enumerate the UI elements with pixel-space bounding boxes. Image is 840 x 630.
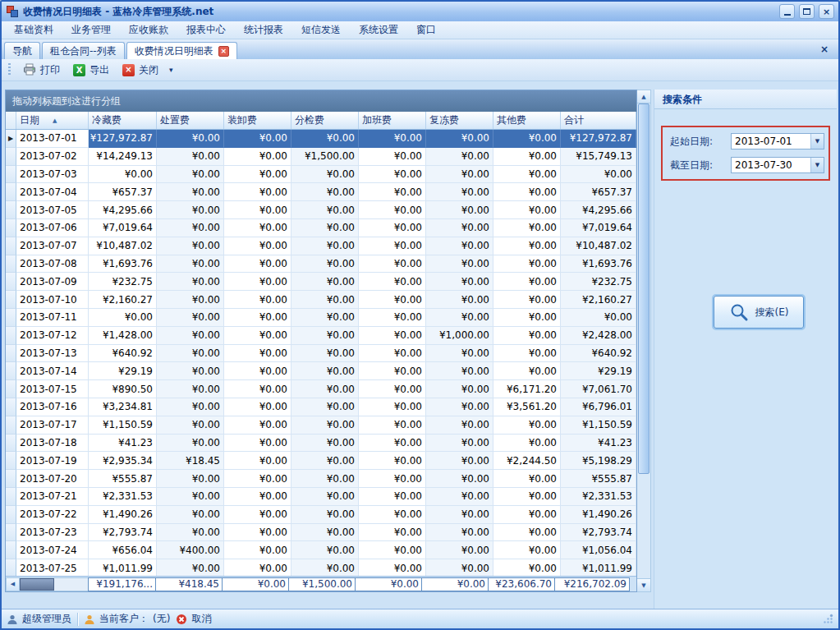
amount-cell[interactable]: ¥0.00	[426, 416, 493, 435]
amount-cell[interactable]: ¥0.00	[426, 398, 493, 416]
amount-cell[interactable]: ¥0.00	[224, 273, 291, 291]
amount-cell[interactable]: ¥0.00	[157, 506, 224, 524]
amount-cell[interactable]: ¥0.00	[426, 470, 493, 488]
amount-cell[interactable]: ¥657.37	[89, 183, 157, 201]
amount-cell[interactable]: ¥0.00	[291, 345, 359, 363]
column-header[interactable]: 分检费	[291, 112, 359, 129]
amount-cell[interactable]: ¥1,490.26	[561, 506, 636, 524]
amount-cell[interactable]: ¥0.00	[291, 327, 359, 345]
amount-cell[interactable]: ¥1,500.00	[291, 148, 359, 166]
amount-cell[interactable]: ¥0.00	[157, 416, 224, 435]
table-row[interactable]: 2013-07-18¥41.23¥0.00¥0.00¥0.00¥0.00¥0.0…	[6, 435, 636, 453]
amount-cell[interactable]: ¥0.00	[157, 148, 224, 166]
scroll-down-icon[interactable]: ▼	[637, 578, 650, 591]
amount-cell[interactable]: ¥0.00	[224, 309, 291, 327]
amount-cell[interactable]: ¥0.00	[157, 201, 224, 219]
amount-cell[interactable]: ¥0.00	[224, 327, 291, 345]
table-row[interactable]: 2013-07-14¥29.19¥0.00¥0.00¥0.00¥0.00¥0.0…	[6, 362, 636, 380]
date-cell[interactable]: 2013-07-04	[16, 183, 89, 201]
amount-cell[interactable]: ¥0.00	[426, 452, 493, 470]
amount-cell[interactable]: ¥0.00	[224, 416, 291, 435]
table-row[interactable]: 2013-07-16¥3,234.81¥0.00¥0.00¥0.00¥0.00¥…	[6, 398, 636, 416]
amount-cell[interactable]: ¥0.00	[426, 166, 493, 184]
amount-cell[interactable]: ¥6,171.20	[493, 380, 561, 398]
amount-cell[interactable]: ¥0.00	[493, 559, 561, 576]
column-header[interactable]: 其他费	[493, 112, 561, 129]
table-row[interactable]: 2013-07-17¥1,150.59¥0.00¥0.00¥0.00¥0.00¥…	[6, 416, 636, 435]
amount-cell[interactable]: ¥0.00	[224, 398, 291, 416]
table-row[interactable]: 2013-07-21¥2,331.53¥0.00¥0.00¥0.00¥0.00¥…	[6, 488, 636, 506]
column-header[interactable]: 日期▲	[16, 112, 89, 129]
amount-cell[interactable]: ¥0.00	[291, 541, 359, 559]
table-row[interactable]: 2013-07-23¥2,793.74¥0.00¥0.00¥0.00¥0.00¥…	[6, 524, 636, 542]
amount-cell[interactable]: ¥0.00	[359, 273, 426, 291]
table-row[interactable]: 2013-07-11¥0.00¥0.00¥0.00¥0.00¥0.00¥0.00…	[6, 309, 636, 327]
amount-cell[interactable]: ¥0.00	[359, 309, 426, 327]
table-row[interactable]: 2013-07-20¥555.87¥0.00¥0.00¥0.00¥0.00¥0.…	[6, 470, 636, 488]
column-header[interactable]: 加班费	[359, 112, 426, 129]
amount-cell[interactable]: ¥0.00	[89, 166, 157, 184]
amount-cell[interactable]: ¥0.00	[291, 524, 359, 542]
amount-cell[interactable]: ¥555.87	[89, 470, 157, 488]
amount-cell[interactable]: ¥0.00	[157, 488, 224, 506]
amount-cell[interactable]: ¥127,972.87	[89, 130, 157, 148]
date-cell[interactable]: 2013-07-22	[16, 506, 89, 524]
amount-cell[interactable]: ¥0.00	[224, 237, 291, 255]
date-cell[interactable]: 2013-07-24	[16, 541, 89, 559]
amount-cell[interactable]: ¥0.00	[426, 255, 493, 274]
menu-item[interactable]: 系统设置	[350, 21, 407, 39]
amount-cell[interactable]: ¥2,428.00	[561, 327, 636, 345]
amount-cell[interactable]: ¥29.19	[89, 362, 157, 380]
column-header[interactable]: 合计	[561, 112, 636, 129]
menu-item[interactable]: 窗口	[407, 21, 445, 39]
amount-cell[interactable]: ¥0.00	[426, 130, 493, 148]
amount-cell[interactable]: ¥0.00	[291, 237, 359, 255]
amount-cell[interactable]: ¥0.00	[224, 541, 291, 559]
vscroll-thumb[interactable]	[638, 103, 650, 474]
amount-cell[interactable]: ¥0.00	[157, 327, 224, 345]
amount-cell[interactable]: ¥0.00	[291, 416, 359, 435]
amount-cell[interactable]: ¥0.00	[493, 309, 561, 327]
amount-cell[interactable]: ¥0.00	[157, 559, 224, 576]
amount-cell[interactable]: ¥0.00	[157, 380, 224, 398]
amount-cell[interactable]: ¥0.00	[157, 345, 224, 363]
table-row[interactable]: 2013-07-15¥890.50¥0.00¥0.00¥0.00¥0.00¥0.…	[6, 380, 636, 398]
amount-cell[interactable]: ¥0.00	[493, 237, 561, 255]
amount-cell[interactable]: ¥0.00	[359, 327, 426, 345]
amount-cell[interactable]: ¥400.00	[157, 541, 224, 559]
amount-cell[interactable]: ¥0.00	[291, 559, 359, 576]
amount-cell[interactable]: ¥1,693.76	[89, 255, 157, 274]
amount-cell[interactable]: ¥0.00	[291, 452, 359, 470]
amount-cell[interactable]: ¥0.00	[359, 201, 426, 219]
amount-cell[interactable]: ¥0.00	[157, 183, 224, 201]
amount-cell[interactable]: ¥0.00	[224, 201, 291, 219]
amount-cell[interactable]: ¥0.00	[426, 380, 493, 398]
amount-cell[interactable]: ¥0.00	[157, 524, 224, 542]
date-cell[interactable]: 2013-07-23	[16, 524, 89, 542]
amount-cell[interactable]: ¥0.00	[224, 380, 291, 398]
chevron-down-icon[interactable]: ▼	[810, 158, 824, 172]
table-row[interactable]: 2013-07-07¥10,487.02¥0.00¥0.00¥0.00¥0.00…	[6, 237, 636, 255]
tabstrip-close-icon[interactable]: ×	[820, 44, 833, 57]
amount-cell[interactable]: ¥2,160.27	[561, 291, 636, 309]
amount-cell[interactable]: ¥0.00	[493, 201, 561, 219]
table-row[interactable]: 2013-07-04¥657.37¥0.00¥0.00¥0.00¥0.00¥0.…	[6, 183, 636, 201]
amount-cell[interactable]: ¥0.00	[426, 362, 493, 380]
amount-cell[interactable]: ¥0.00	[224, 559, 291, 576]
date-cell[interactable]: 2013-07-17	[16, 416, 89, 435]
date-cell[interactable]: 2013-07-11	[16, 309, 89, 327]
amount-cell[interactable]: ¥640.92	[89, 345, 157, 363]
table-row[interactable]: 2013-07-09¥232.75¥0.00¥0.00¥0.00¥0.00¥0.…	[6, 273, 636, 291]
amount-cell[interactable]: ¥0.00	[426, 273, 493, 291]
amount-cell[interactable]: ¥0.00	[359, 255, 426, 274]
table-row[interactable]: ▶2013-07-01¥127,972.87¥0.00¥0.00¥0.00¥0.…	[6, 130, 636, 148]
amount-cell[interactable]: ¥0.00	[426, 488, 493, 506]
tab[interactable]: 租仓合同--列表	[42, 42, 125, 59]
amount-cell[interactable]: ¥0.00	[157, 130, 224, 148]
amount-cell[interactable]: ¥0.00	[224, 362, 291, 380]
amount-cell[interactable]: ¥0.00	[359, 452, 426, 470]
amount-cell[interactable]: ¥0.00	[157, 255, 224, 274]
amount-cell[interactable]: ¥0.00	[426, 506, 493, 524]
amount-cell[interactable]: ¥0.00	[224, 345, 291, 363]
amount-cell[interactable]: ¥0.00	[359, 435, 426, 453]
